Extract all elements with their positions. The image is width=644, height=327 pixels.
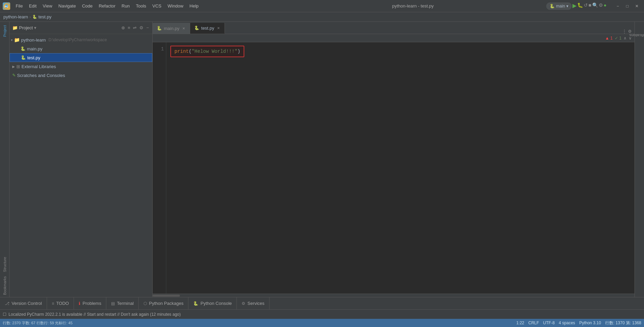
bottom-tab-services-label: Services [247,301,264,306]
panel-close-icon[interactable]: − [145,25,150,31]
settings-button[interactable]: ⚙ [599,2,603,10]
error-count-label: ▲ 1 [605,36,613,41]
tree-item-ext-libs[interactable]: ▶ ⊞ External Libraries [10,62,152,71]
minimize-button[interactable]: − [613,2,622,10]
bottom-tab-todo[interactable]: ≡ TODO [47,297,74,310]
folder-icon: 📁 [14,37,20,43]
menu-file[interactable]: File [13,3,26,9]
title-bar: PC File Edit View Navigate Code Refactor… [0,0,644,12]
tab-test-py[interactable]: 🐍 test.py ✕ [190,23,225,34]
menu-help[interactable]: Help [187,3,201,9]
panel-toolbar: ⊕ ≡ ⇌ ⚙ − [121,25,150,31]
python-version[interactable]: Python 3.10 [579,321,601,325]
panel-dropdown-icon[interactable]: ▾ [34,25,36,30]
py-file-icon-main: 🐍 [20,46,26,51]
tree-item-test-py[interactable]: 🐍 test.py [10,53,152,62]
console-icon: 🐍 [193,301,198,306]
menu-edit[interactable]: Edit [26,3,39,9]
project-title-label: Project [19,25,33,30]
bottom-tab-python-packages[interactable]: ⬡ Python Packages [139,297,188,310]
close-button[interactable]: ✕ [632,2,641,10]
tree-ext-libs-label: External Libraries [21,64,56,69]
editor-tabs: 🐍 main.py ✕ 🐍 test.py ✕ ⋮ ⚙ [153,22,634,34]
reload-button[interactable]: ↺ [584,2,588,10]
code-area[interactable]: print("Helow World!!!") [166,42,634,294]
menu-refactor[interactable]: Refactor [96,3,118,9]
bottom-tab-console-label: Python Console [200,301,232,306]
todo-icon: ≡ [52,301,54,306]
code-highlight-box: print("Helow World!!!") [170,46,244,57]
notifications-tab[interactable]: Notifications [627,32,644,39]
chevron-right-icon: ▶ [12,65,15,68]
bookmarks-sidebar-tab[interactable]: Bookmarks [1,274,8,297]
encoding[interactable]: UTF-8 [543,321,555,325]
menu-vcs[interactable]: VCS [150,3,164,9]
line-numbers: 1 [153,42,166,294]
tree-scratches-label: Scratches and Consoles [17,73,65,78]
maximize-button[interactable]: □ [623,2,632,10]
update-button[interactable]: ● [604,2,607,10]
tree-item-main-py[interactable]: 🐍 main.py [10,44,152,53]
cursor-position[interactable]: 1:22 [516,321,524,325]
window-title: python-learn - test.py [280,3,547,9]
branch-chevron: ▾ [566,4,568,9]
breadcrumb-file-icon: 🐍 [32,15,37,19]
project-sidebar-tab[interactable]: Project [1,23,8,39]
menu-tools[interactable]: Tools [133,3,149,9]
menu-run[interactable]: Run [119,3,133,9]
bottom-tab-version-control[interactable]: ⎇ Version Control [0,297,47,310]
tree-item-scratches[interactable]: ✎ Scratches and Consoles [10,71,152,80]
bottom-tab-terminal-label: Terminal [117,301,134,306]
debug-button[interactable]: 🐛 [577,2,583,10]
menu-code[interactable]: Code [79,3,95,9]
editor-scrollbar[interactable] [153,294,634,297]
line-count-info: 行数: 1370 第: 1368 [605,320,641,326]
notification-bar: ☐ Localized PyCharm 2022.2.1 is availabl… [0,309,644,319]
bottom-tab-services[interactable]: ⚙ Services [237,297,270,310]
line-ending[interactable]: CRLF [528,321,539,325]
code-string: "Helow World!!!" [191,49,237,54]
menu-navigate[interactable]: Navigate [56,3,78,9]
tree-item-root[interactable]: ▾ 📁 python-learn D:\develop\PyCharm\work… [10,35,152,44]
problems-icon: ℹ [79,301,80,306]
run-button[interactable]: ▶ [572,2,577,10]
code-paren-close: ) [237,49,240,54]
tree-root-label: python-learn [21,37,46,43]
branch-icon: 🐍 [550,4,555,9]
bottom-tab-problems-label: Problems [82,301,101,306]
bottom-tab-terminal[interactable]: ▤ Terminal [106,297,139,310]
menu-bar: File Edit View Navigate Code Refactor Ru… [13,3,280,9]
terminal-icon: ▤ [111,301,115,306]
panel-expand-icon[interactable]: ⇌ [132,25,137,31]
breadcrumb-file[interactable]: test.py [39,14,51,19]
menu-view[interactable]: View [40,3,55,9]
bottom-tab-python-console[interactable]: 🐍 Python Console [188,297,237,310]
notification-checkbox[interactable]: ☐ [3,312,6,317]
tab-label-main: main.py [164,26,180,31]
scroll-thumb[interactable] [153,295,180,297]
breadcrumb-bar: python-learn › 🐍 test.py [0,12,644,22]
version-control-icon: ⎇ [5,301,10,306]
nav-up-icon[interactable]: ∧ [624,36,627,41]
chevron-down-icon: ▾ [11,38,13,42]
menu-window[interactable]: Window [165,3,186,9]
tree-test-py-label: test.py [27,55,40,60]
bottom-tab-problems[interactable]: ℹ Problems [74,297,106,310]
tabs-more-icon[interactable]: ⋮ [622,29,627,34]
panel-settings-icon[interactable]: ⚙ [139,25,144,31]
editor-content[interactable]: 1 print("Helow World!!!") [153,42,634,294]
stop-button[interactable]: ■ [588,2,591,10]
right-gutter: Notifications [634,22,644,297]
branch-selector[interactable]: 🐍 main ▾ [546,2,572,10]
structure-sidebar-tab[interactable]: Structure [1,255,8,274]
indent-setting[interactable]: 4 spaces [559,321,575,325]
tab-close-main[interactable]: ✕ [182,26,186,31]
panel-collapse-icon[interactable]: ≡ [127,25,131,31]
panel-locate-icon[interactable]: ⊕ [121,25,126,31]
tab-icon-main: 🐍 [157,26,162,31]
tree-root-path: D:\develop\PyCharm\workspace [48,37,107,42]
breadcrumb-project[interactable]: python-learn [3,14,28,19]
tab-main-py[interactable]: 🐍 main.py ✕ [153,23,190,34]
search-button[interactable]: 🔍 [592,2,598,10]
tab-close-test[interactable]: ✕ [216,26,220,31]
